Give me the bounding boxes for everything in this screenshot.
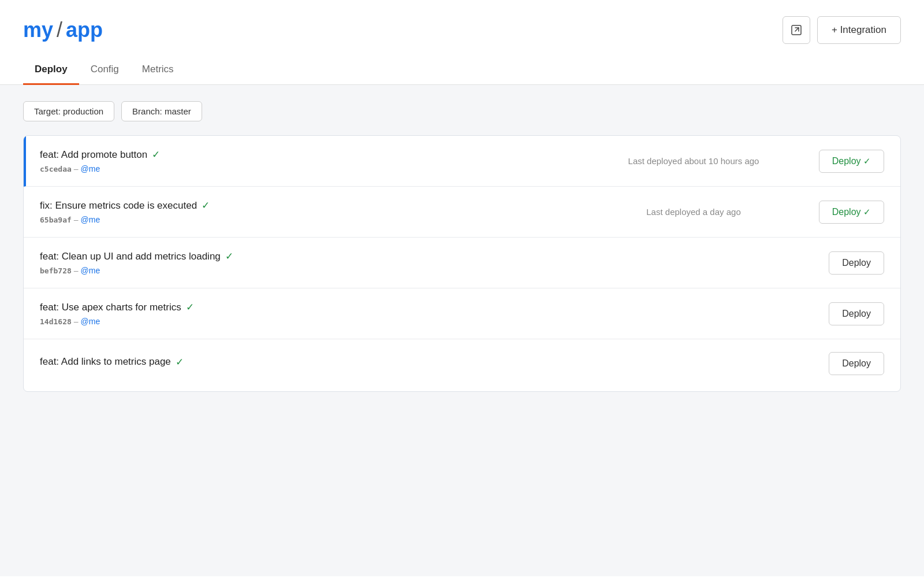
page-container: my / app + Integration Deploy Config Met…	[0, 0, 924, 578]
export-button[interactable]	[783, 16, 810, 44]
deploy-item-4-left: feat: Use apex charts for metrics ✓ 14d1…	[40, 301, 595, 326]
commit-title-text-3: feat: Clean up UI and add metrics loadin…	[40, 251, 221, 262]
commit-dash-4: –	[74, 317, 79, 326]
deploy-item-3: feat: Clean up UI and add metrics loadin…	[24, 238, 900, 288]
deploy-item-5-right: Deploy	[792, 352, 884, 375]
deploy-item-1: feat: Add promote button ✓ c5cedaa – @me…	[24, 136, 900, 187]
deployed-text-2: Last deployed a day ago	[646, 207, 740, 217]
tabs-container: Deploy Config Metrics	[0, 55, 924, 85]
deploy-item-5: feat: Add links to metrics page ✓ Deploy	[24, 339, 900, 391]
check-icon-1: ✓	[152, 149, 160, 161]
check-icon-2: ✓	[202, 199, 210, 212]
breadcrumb-separator: /	[57, 18, 62, 42]
commit-title-4: feat: Use apex charts for metrics ✓	[40, 301, 595, 313]
deploy-item-4-right: Deploy	[792, 302, 884, 325]
deploy-check-1: ✓	[863, 156, 871, 166]
commit-author-1[interactable]: @me	[81, 164, 100, 173]
commit-title-3: feat: Clean up UI and add metrics loadin…	[40, 250, 595, 262]
commit-dash-3: –	[74, 266, 79, 275]
commit-dash-2: –	[74, 215, 79, 224]
deployed-text-1: Last deployed about 10 hours ago	[628, 156, 759, 166]
commit-meta-2: 65ba9af – @me	[40, 215, 595, 224]
commit-title-text-2: fix: Ensure metrics code is executed	[40, 200, 197, 212]
deploy-list: feat: Add promote button ✓ c5cedaa – @me…	[23, 135, 901, 392]
breadcrumb: my / app	[23, 18, 103, 42]
tab-metrics[interactable]: Metrics	[131, 55, 185, 85]
breadcrumb-app: app	[66, 18, 103, 42]
deploy-button-5[interactable]: Deploy	[829, 352, 884, 375]
commit-title-5: feat: Add links to metrics page ✓	[40, 356, 595, 368]
deploy-btn-label-3: Deploy	[842, 258, 871, 268]
commit-meta-4: 14d1628 – @me	[40, 317, 595, 326]
commit-hash-2: 65ba9af	[40, 216, 72, 224]
commit-meta-1: c5cedaa – @me	[40, 164, 595, 173]
deploy-button-3[interactable]: Deploy	[829, 251, 884, 275]
integration-button[interactable]: + Integration	[817, 16, 901, 44]
deploy-item-2-center: Last deployed a day ago	[595, 207, 792, 217]
commit-title-text-5: feat: Add links to metrics page	[40, 356, 171, 368]
deploy-item-1-left: feat: Add promote button ✓ c5cedaa – @me	[40, 149, 595, 173]
commit-author-2[interactable]: @me	[81, 215, 100, 224]
export-icon	[791, 24, 802, 36]
deploy-item-2-left: fix: Ensure metrics code is executed ✓ 6…	[40, 199, 595, 224]
header: my / app + Integration	[0, 0, 924, 55]
deploy-item-1-center: Last deployed about 10 hours ago	[595, 156, 792, 166]
deploy-item-1-right: Deploy ✓	[792, 150, 884, 173]
content: Target: production Branch: master feat: …	[0, 85, 924, 576]
breadcrumb-my: my	[23, 18, 53, 42]
commit-meta-3: befb728 – @me	[40, 266, 595, 275]
commit-author-3[interactable]: @me	[81, 266, 100, 275]
deploy-check-2: ✓	[863, 207, 871, 217]
commit-hash-3: befb728	[40, 266, 72, 275]
commit-title-text-4: feat: Use apex charts for metrics	[40, 302, 181, 313]
commit-author-4[interactable]: @me	[81, 317, 100, 326]
deploy-btn-label-1: Deploy	[832, 156, 863, 166]
commit-hash-1: c5cedaa	[40, 165, 72, 173]
check-icon-3: ✓	[225, 250, 233, 262]
header-actions: + Integration	[783, 16, 901, 44]
deploy-item-5-left: feat: Add links to metrics page ✓	[40, 356, 595, 372]
deploy-btn-label-5: Deploy	[842, 358, 871, 368]
filters: Target: production Branch: master	[23, 101, 901, 121]
deploy-button-2[interactable]: Deploy ✓	[819, 201, 884, 224]
deploy-btn-label-2: Deploy	[832, 207, 863, 217]
deploy-button-1[interactable]: Deploy ✓	[819, 150, 884, 173]
deploy-item-3-right: Deploy	[792, 251, 884, 275]
deploy-item-2: fix: Ensure metrics code is executed ✓ 6…	[24, 187, 900, 238]
commit-hash-4: 14d1628	[40, 317, 72, 326]
tab-config[interactable]: Config	[79, 55, 131, 85]
tab-deploy[interactable]: Deploy	[23, 55, 79, 85]
commit-title-text-1: feat: Add promote button	[40, 149, 147, 161]
deploy-item-3-left: feat: Clean up UI and add metrics loadin…	[40, 250, 595, 275]
filter-target[interactable]: Target: production	[23, 101, 114, 121]
commit-dash-1: –	[74, 164, 79, 173]
check-icon-4: ✓	[186, 301, 194, 313]
deploy-btn-label-4: Deploy	[842, 309, 871, 318]
tabs: Deploy Config Metrics	[23, 55, 901, 84]
filter-branch[interactable]: Branch: master	[121, 101, 202, 121]
deploy-item-4: feat: Use apex charts for metrics ✓ 14d1…	[24, 288, 900, 339]
commit-title-2: fix: Ensure metrics code is executed ✓	[40, 199, 595, 212]
check-icon-5: ✓	[176, 356, 184, 368]
deploy-button-4[interactable]: Deploy	[829, 302, 884, 325]
deploy-item-2-right: Deploy ✓	[792, 201, 884, 224]
commit-title-1: feat: Add promote button ✓	[40, 149, 595, 161]
